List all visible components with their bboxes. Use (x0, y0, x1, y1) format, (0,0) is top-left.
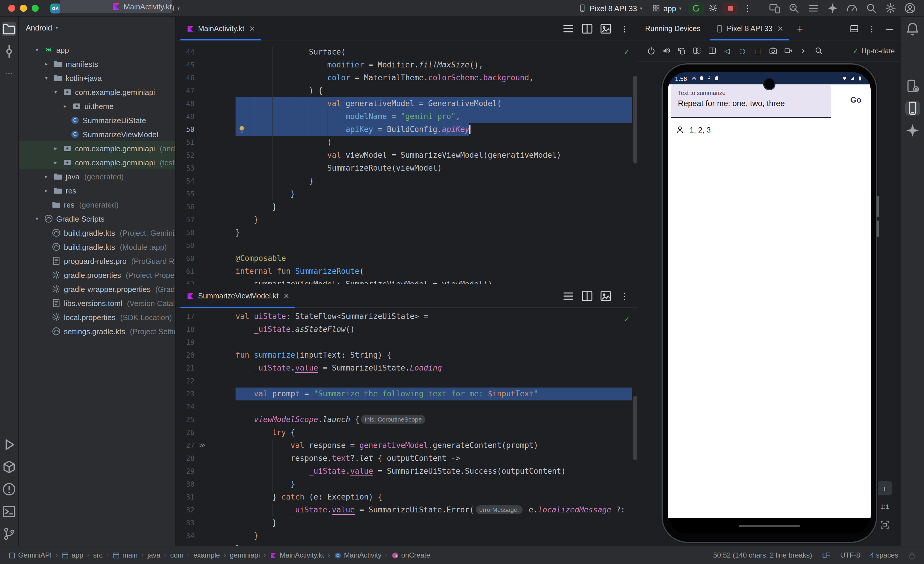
summarize-text-field[interactable]: Text to summarize Repeat for me: one, tw… (671, 85, 831, 118)
code-line-48[interactable]: 48 val generativeModel = GenerativeModel… (176, 97, 638, 110)
code-line-59[interactable]: 59 (176, 239, 638, 252)
code-line-20[interactable]: 20fun summarize(inputText: String) { (176, 349, 638, 362)
caret-position[interactable]: 50:52 (140 chars, 2 line breaks) (713, 551, 812, 559)
tree-item-java-generated[interactable]: ▸java(generated) (19, 170, 175, 183)
line-number-56[interactable]: 56 (176, 200, 195, 214)
line-separator[interactable]: LF (822, 551, 830, 559)
details-view-icon[interactable] (562, 289, 575, 302)
line-number-57[interactable]: 57 (176, 214, 195, 226)
tree-item-app[interactable]: ▾app (19, 43, 175, 57)
inspections-ok-icon[interactable]: ✓ (623, 315, 630, 323)
close-tab-icon[interactable]: × (283, 291, 290, 300)
line-number-24[interactable]: 24 (176, 400, 195, 413)
gemini-icon[interactable] (827, 2, 838, 14)
problems-icon[interactable] (2, 482, 16, 496)
code-line-25[interactable]: 25 viewModelScope.launch {this: Coroutin… (176, 413, 638, 426)
code-line-55[interactable]: 55 } (176, 188, 638, 200)
panel-options-button[interactable]: ⋮ (866, 22, 878, 35)
line-number-61[interactable]: 61 (176, 265, 195, 278)
line-number-28[interactable]: 28 (176, 452, 195, 465)
tree-item-build-gradle-kts-module-app[interactable]: build.gradle.kts(Module :app) (19, 240, 175, 254)
profiler-icon[interactable] (846, 2, 858, 14)
tree-item-res[interactable]: ▸res (19, 183, 175, 198)
code-line-21[interactable]: 21 _uiState.value = SummarizeUiState.Loa… (176, 362, 638, 374)
line-number-55[interactable]: 55 (176, 188, 195, 200)
tab-pixel-8-api-33[interactable]: Pixel 8 API 33 × (710, 17, 789, 40)
code-line-31[interactable]: 31 } catch (e: Exception) { (176, 491, 638, 504)
line-number-17[interactable]: 17 (176, 310, 195, 323)
account-icon[interactable] (904, 2, 916, 14)
device-mirror-icon[interactable] (769, 2, 780, 14)
editor-options-button[interactable]: ⋮ (618, 22, 631, 35)
breadcrumb-example[interactable]: example (194, 551, 220, 559)
rerun-button[interactable] (688, 2, 704, 14)
code-line-32[interactable]: 32 _uiState.value = SummarizeUiState.Err… (176, 504, 638, 516)
build-tool-icon[interactable] (2, 460, 16, 474)
line-number-31[interactable]: 31 (176, 491, 195, 504)
run-configuration-selector[interactable]: app▾ (649, 2, 685, 14)
running-devices-icon[interactable] (905, 101, 920, 116)
line-number-33[interactable]: 33 (176, 516, 195, 529)
breadcrumb-oncreate[interactable]: monCreate (392, 551, 430, 559)
chevron-down-icon[interactable]: ▾ (51, 89, 60, 95)
line-number-32[interactable]: 32 (176, 504, 195, 516)
line-number-26[interactable]: 26 (176, 426, 195, 439)
line-number-23[interactable]: 23 (176, 388, 195, 400)
tree-item-gradle-properties-project-properties[interactable]: gradle.properties(Project Properties) (19, 268, 175, 282)
project-folder-icon[interactable] (2, 22, 16, 36)
tree-item-com-example-geminiapi-test[interactable]: ▸com.example.geminiapi(test) (19, 155, 175, 170)
tree-item-ui-theme[interactable]: ▸ui.theme (19, 99, 175, 113)
code-editor-mainactivity-kt[interactable]: 44 Surface(45 modifier = Modifier.fillMa… (176, 41, 638, 284)
power-icon[interactable] (644, 44, 658, 58)
line-number-60[interactable]: 60 (176, 252, 195, 265)
line-number-51[interactable]: 51 (176, 136, 195, 149)
go-button[interactable]: Go (850, 96, 862, 104)
line-number-49[interactable]: 49 (176, 110, 195, 123)
readonly-lock-icon[interactable] (908, 551, 916, 559)
line-number-20[interactable]: 20 (176, 349, 195, 362)
extend-displays-icon[interactable] (705, 44, 719, 58)
code-line-51[interactable]: 51 ) (176, 136, 638, 149)
line-number-62[interactable]: 62 (176, 278, 195, 284)
stop-button[interactable] (723, 2, 738, 14)
line-number-18[interactable]: 18 (176, 323, 195, 336)
breadcrumb-com[interactable]: com (170, 551, 183, 559)
more-run-actions-button[interactable]: ⋮ (741, 2, 754, 15)
breadcrumb-geminiapi[interactable]: GeminiAPI (8, 551, 52, 559)
line-number-19[interactable]: 19 (176, 336, 195, 349)
line-number-59[interactable]: 59 (176, 239, 195, 252)
tree-item-kotlin-java[interactable]: ▾kotlin+java (19, 71, 175, 85)
tab-mainactivity-kt[interactable]: MainActivity.kt× (180, 17, 261, 40)
line-number-21[interactable]: 21 (176, 362, 195, 374)
code-line-34[interactable]: 34 } (176, 529, 638, 542)
tree-item-proguard-rules-pro-proguard-rules[interactable]: proguard-rules.pro(ProGuard Rules) (19, 254, 175, 268)
hide-panel-button[interactable]: — (883, 22, 896, 35)
code-line-33[interactable]: 33 } (176, 516, 638, 529)
code-line-46[interactable]: 46 color = MaterialTheme.colorScheme.bac… (176, 72, 638, 84)
commit-icon[interactable] (2, 44, 16, 59)
tree-item-summarizeuistate[interactable]: CSummarizeUiState (19, 113, 175, 127)
tree-item-com-example-geminiapi-androidtest[interactable]: ▸com.example.geminiapi(androidTest) (19, 141, 175, 155)
home-icon[interactable]: ○ (735, 44, 749, 58)
overview-icon[interactable]: □ (751, 44, 765, 58)
code-line-23[interactable]: 23 val prompt = "Summarize the following… (176, 388, 638, 400)
add-device-tab-button[interactable]: + (794, 22, 806, 35)
code-line-35[interactable]: 35} (176, 542, 638, 546)
back-icon[interactable]: ◁ (720, 44, 734, 58)
breadcrumb-mainactivity-kt[interactable]: MainActivity.kt (270, 551, 324, 559)
chevron-down-icon[interactable]: ▾ (33, 47, 41, 53)
project-view-selector[interactable]: Android▾ (19, 17, 175, 38)
device-screen[interactable]: 1:56 Text to summarize Repeat for me: on… (668, 72, 871, 534)
line-number-54[interactable]: 54 (176, 175, 195, 188)
screenshot-icon[interactable] (766, 44, 780, 58)
preview-icon[interactable] (599, 289, 612, 302)
line-number-48[interactable]: 48 (176, 97, 195, 110)
code-line-62[interactable]: 62 summarizeViewModel: SummarizeViewMode… (176, 278, 638, 284)
tab-summarizeviewmodel-kt[interactable]: SummarizeViewModel.kt× (180, 284, 295, 307)
rotate-icon[interactable] (674, 44, 688, 58)
code-line-24[interactable]: 24 (176, 400, 638, 413)
chevron-down-icon[interactable]: ▾ (42, 75, 50, 81)
chevron-right-icon[interactable]: ▸ (42, 61, 50, 67)
line-number-34[interactable]: 34 (176, 529, 195, 542)
details-view-icon[interactable] (562, 22, 575, 35)
